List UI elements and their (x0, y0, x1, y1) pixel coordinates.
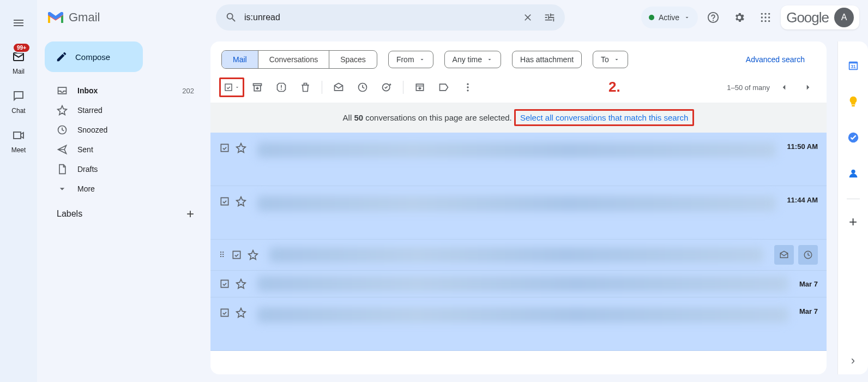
rail-meet-label: Meet (11, 146, 26, 154)
row-checkbox[interactable] (231, 249, 242, 260)
row-checkbox[interactable] (219, 278, 230, 289)
chip-to[interactable]: To (593, 51, 628, 68)
add-label-button[interactable]: + (186, 206, 194, 222)
settings-button[interactable] (728, 7, 750, 28)
search-input[interactable] (242, 13, 517, 22)
pager-prev[interactable] (774, 77, 794, 97)
account-avatar[interactable]: A (834, 8, 854, 27)
get-addons-button[interactable]: + (849, 213, 857, 230)
main-menu-button[interactable] (5, 10, 32, 36)
calendar-addon[interactable]: 31 (842, 55, 864, 76)
side-panel: 31 + › (837, 41, 868, 374)
row-star[interactable] (236, 278, 246, 289)
app-rail: 99+ Mail Chat Meet (0, 0, 37, 382)
row-checkbox[interactable] (219, 196, 230, 207)
status-selector[interactable]: Active (641, 7, 698, 28)
checkbox-checked-icon (224, 82, 233, 92)
svg-point-8 (764, 20, 766, 22)
svg-point-7 (761, 20, 763, 22)
seg-spaces[interactable]: Spaces (329, 51, 377, 68)
message-row[interactable]: Mar 7 (210, 297, 827, 351)
row-mark-read[interactable] (774, 245, 794, 265)
svg-text:31: 31 (851, 64, 856, 69)
svg-point-22 (851, 170, 855, 174)
nav-sent[interactable]: Sent (45, 140, 210, 159)
apps-button[interactable] (755, 7, 776, 28)
search-icon[interactable] (220, 7, 242, 28)
message-row[interactable]: 11:44 AM (210, 186, 827, 240)
search-options-icon[interactable] (539, 7, 560, 28)
caret-down-icon (234, 85, 240, 90)
svg-point-13 (467, 83, 468, 85)
advanced-search-link[interactable]: Advanced search (746, 55, 816, 64)
inbox-icon (57, 85, 68, 96)
row-checkbox[interactable] (219, 142, 230, 153)
row-star[interactable] (248, 249, 258, 260)
drag-handle-icon[interactable]: ⠿ (219, 250, 226, 259)
message-list: 11:50 AM 11:44 AM ⠿ Mar 7 (210, 133, 827, 351)
move-to-button[interactable] (409, 76, 431, 98)
message-row[interactable]: Mar 7 (210, 271, 827, 297)
side-panel-separator (847, 199, 860, 199)
row-star[interactable] (236, 196, 246, 207)
add-task-button[interactable] (376, 76, 397, 98)
search-bar (216, 4, 565, 31)
row-time: 11:44 AM (787, 196, 818, 204)
rail-chat-label: Chat (11, 107, 25, 115)
rail-meet[interactable]: Meet (3, 127, 34, 154)
select-all-matching-link[interactable]: Select all conversations that match this… (514, 109, 694, 126)
labels-button[interactable] (433, 76, 455, 98)
support-button[interactable] (702, 7, 724, 28)
side-panel-toggle[interactable]: › (851, 354, 855, 368)
clear-search-icon[interactable] (517, 7, 539, 28)
mark-read-button[interactable] (328, 76, 349, 98)
chip-anytime[interactable]: Any time (444, 51, 501, 68)
labels-header: Labels + (45, 199, 210, 222)
clock-icon (57, 124, 68, 135)
svg-point-5 (764, 16, 766, 18)
annotation-2: 2. (608, 79, 620, 96)
star-icon (57, 105, 68, 116)
rail-chat[interactable]: Chat (3, 87, 34, 115)
nav-drafts[interactable]: Drafts (45, 159, 210, 179)
row-star[interactable] (236, 307, 246, 318)
seg-conversations[interactable]: Conversations (258, 51, 330, 68)
row-time: 11:50 AM (787, 142, 818, 151)
meet-icon (3, 127, 34, 144)
chip-from[interactable]: From (388, 51, 433, 68)
rail-mail[interactable]: 99+ Mail (3, 48, 34, 75)
contacts-addon[interactable] (842, 163, 864, 184)
archive-button[interactable] (246, 76, 268, 98)
nav-snoozed[interactable]: Snoozed (45, 120, 210, 140)
report-spam-button[interactable] (270, 76, 292, 98)
more-button[interactable] (457, 76, 479, 98)
keep-addon[interactable] (842, 91, 864, 112)
redacted-content (257, 307, 788, 323)
caret-down-icon (486, 56, 493, 63)
snooze-button[interactable] (352, 76, 373, 98)
seg-mail[interactable]: Mail (222, 51, 258, 68)
nav-more[interactable]: More (45, 179, 210, 199)
select-all-checkbox[interactable] (219, 77, 244, 97)
svg-point-9 (768, 20, 770, 22)
nav-starred[interactable]: Starred (45, 100, 210, 120)
google-account-area[interactable]: Google A (781, 5, 859, 29)
file-icon (57, 164, 68, 175)
status-dot-icon (649, 15, 654, 20)
chevron-down-icon (684, 14, 690, 21)
message-row[interactable]: ⠿ (210, 240, 827, 271)
row-checkbox[interactable] (219, 307, 230, 318)
compose-button[interactable]: Compose (45, 41, 143, 72)
tasks-addon[interactable] (842, 127, 864, 148)
gmail-logo[interactable]: Gmail (47, 10, 100, 25)
caret-down-icon (613, 56, 620, 63)
row-star[interactable] (236, 142, 246, 153)
svg-point-4 (761, 16, 763, 18)
chip-hasattachment[interactable]: Has attachment (512, 51, 582, 68)
message-row[interactable]: 11:50 AM (210, 133, 827, 186)
row-snooze[interactable] (798, 245, 818, 265)
nav-inbox[interactable]: Inbox 202 (45, 81, 210, 100)
delete-button[interactable] (294, 76, 316, 98)
pager-next[interactable] (798, 77, 818, 97)
status-text: Active (659, 13, 679, 22)
